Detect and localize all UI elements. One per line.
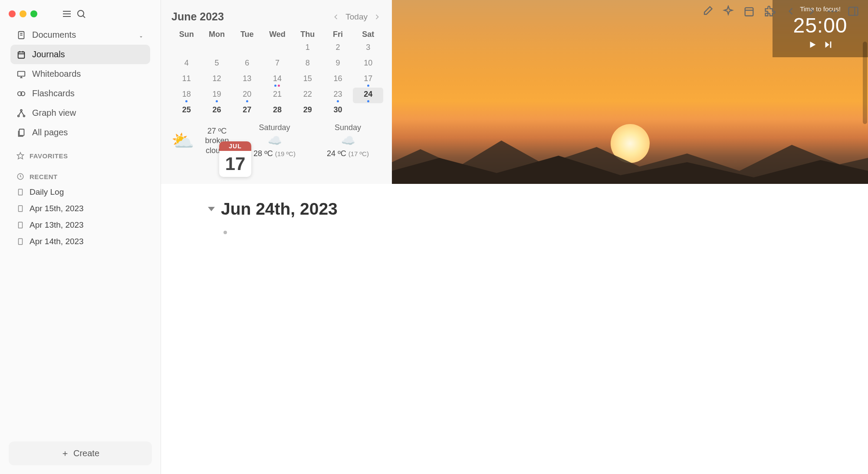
sidebar-toggle-icon[interactable]: [62, 9, 72, 19]
calendar-day[interactable]: 24: [353, 88, 383, 103]
window-close-icon[interactable]: [9, 10, 16, 17]
sidebar-item-all-pages[interactable]: All pages: [10, 123, 150, 142]
recent-list: Daily Log Apr 15th, 2023 Apr 13th, 2023 …: [0, 184, 161, 250]
calendar-day[interactable]: 29: [293, 103, 323, 119]
banner: June 2023 Today SunMonTueWedThuFriSat123…: [161, 0, 868, 184]
window-zoom-icon[interactable]: [30, 10, 37, 17]
svg-rect-26: [19, 206, 23, 212]
calendar-dow: Fri: [323, 27, 353, 41]
calendar-day: [232, 41, 262, 56]
sidebar: Documents Journals Whiteboards Flashcard…: [0, 0, 161, 474]
calendar-day[interactable]: 27: [232, 103, 262, 119]
nav-back-icon[interactable]: [785, 5, 797, 17]
create-button[interactable]: Create: [9, 441, 152, 465]
date-badge-day: 17: [219, 151, 251, 177]
calendar-day: [262, 41, 293, 56]
create-label: Create: [73, 448, 99, 458]
panel-right-icon[interactable]: [847, 5, 859, 17]
calendar-next-icon[interactable]: [373, 13, 381, 21]
pages-icon: [16, 128, 26, 137]
svg-rect-36: [849, 7, 858, 16]
whiteboard-icon: [16, 69, 26, 79]
calendar-day[interactable]: 7: [262, 56, 293, 72]
calendar-day[interactable]: 14: [262, 72, 293, 88]
sparkle-icon[interactable]: [722, 5, 734, 17]
calendar-day[interactable]: 19: [202, 88, 232, 103]
recent-item[interactable]: Daily Log: [16, 184, 144, 200]
nav-forward-icon[interactable]: [806, 5, 818, 17]
calendar-day[interactable]: 26: [202, 103, 232, 119]
calendar-day[interactable]: 22: [293, 88, 323, 103]
calendar-day[interactable]: 12: [202, 72, 232, 88]
collapse-caret-icon[interactable]: [208, 207, 215, 211]
main-area: June 2023 Today SunMonTueWedThuFriSat123…: [161, 0, 868, 474]
page-icon: [16, 238, 24, 245]
empty-block[interactable]: [224, 231, 838, 234]
calendar-title: June 2023: [171, 10, 330, 23]
vertical-scrollbar[interactable]: [862, 0, 868, 474]
clock-icon: [16, 173, 24, 180]
calendar-day[interactable]: 23: [323, 88, 353, 103]
calendar-day[interactable]: 21: [262, 88, 293, 103]
sidebar-item-documents[interactable]: Documents: [10, 25, 150, 45]
svg-rect-27: [19, 222, 23, 228]
edit-icon[interactable]: [701, 5, 713, 17]
page-icon: [16, 221, 24, 229]
calendar-day[interactable]: 2: [323, 41, 353, 56]
page-content: Jun 24th, 2023: [161, 184, 868, 234]
sidebar-item-label: Whiteboards: [32, 69, 144, 79]
recent-item[interactable]: Apr 15th, 2023: [16, 200, 144, 217]
recent-item[interactable]: Apr 13th, 2023: [16, 217, 144, 233]
sidebar-item-graph-view[interactable]: Graph view: [10, 103, 150, 123]
calendar-day[interactable]: 11: [171, 72, 202, 88]
more-icon[interactable]: [826, 5, 838, 17]
weather-today-icon: ⛅: [171, 130, 194, 151]
svg-line-21: [21, 111, 24, 115]
recent-section-header[interactable]: RECENT: [0, 163, 161, 184]
section-label: FAVORITES: [30, 152, 68, 160]
svg-rect-22: [19, 129, 24, 135]
calendar-dow: Thu: [293, 27, 323, 41]
date-badge-month: JUL: [219, 141, 251, 151]
favorites-section-header[interactable]: FAVORITES: [0, 142, 161, 163]
skip-icon[interactable]: [823, 40, 833, 49]
calendar-day[interactable]: 1: [293, 41, 323, 56]
calendar-day[interactable]: 17: [353, 72, 383, 88]
calendar-day[interactable]: 13: [232, 72, 262, 88]
calendar-day: [171, 41, 202, 56]
plus-icon: [61, 450, 69, 458]
calendar-today-button[interactable]: Today: [345, 12, 368, 22]
calendar-day[interactable]: 5: [202, 56, 232, 72]
calendar-day[interactable]: 30: [323, 103, 353, 119]
calendar-day[interactable]: 8: [293, 56, 323, 72]
window-minimize-icon[interactable]: [20, 10, 26, 17]
scrollbar-thumb[interactable]: [863, 42, 867, 124]
calendar-prev-icon[interactable]: [332, 13, 340, 21]
calendar-day[interactable]: 3: [353, 41, 383, 56]
sidebar-item-flashcards[interactable]: Flashcards: [10, 84, 150, 103]
plugin-icon[interactable]: [764, 5, 776, 17]
sidebar-item-journals[interactable]: Journals: [10, 45, 150, 64]
calendar-day[interactable]: 9: [323, 56, 353, 72]
search-icon[interactable]: [76, 9, 86, 19]
calendar-day[interactable]: 6: [232, 56, 262, 72]
calendar-day[interactable]: 10: [353, 56, 383, 72]
calendar-day[interactable]: 18: [171, 88, 202, 103]
calendar-day: [202, 41, 232, 56]
calendar-day[interactable]: 25: [171, 103, 202, 119]
sidebar-item-whiteboards[interactable]: Whiteboards: [10, 64, 150, 84]
calendar-day[interactable]: 20: [232, 88, 262, 103]
svg-rect-28: [19, 239, 23, 245]
calendar-day[interactable]: 4: [171, 56, 202, 72]
play-icon[interactable]: [808, 40, 817, 49]
forecast-day-label: Saturday: [239, 123, 310, 132]
star-icon: [16, 152, 24, 160]
calendar-day[interactable]: 15: [293, 72, 323, 88]
recent-item[interactable]: Apr 14th, 2023: [16, 233, 144, 250]
calendar-day[interactable]: 28: [262, 103, 293, 119]
calendar-day[interactable]: 16: [323, 72, 353, 88]
recent-item-label: Apr 14th, 2023: [30, 237, 84, 246]
calendar-toolbar-icon[interactable]: [743, 5, 755, 17]
svg-marker-23: [17, 153, 24, 159]
window-titlebar: [0, 5, 161, 25]
